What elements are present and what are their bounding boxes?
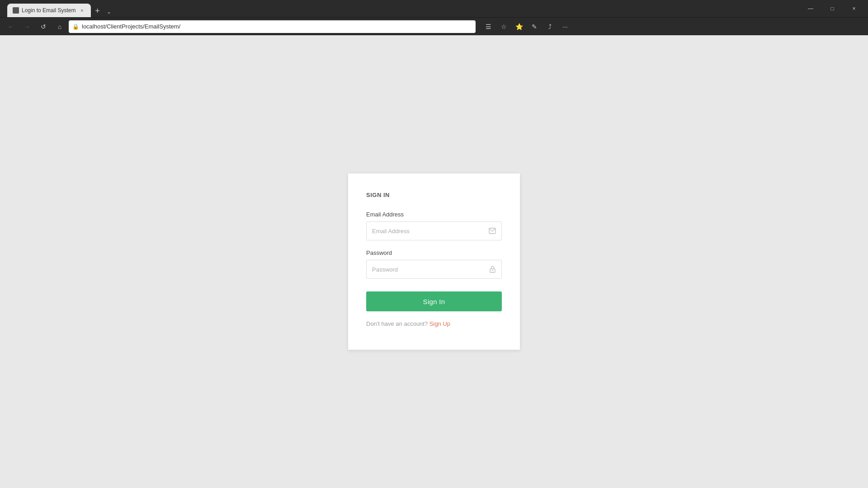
sign-in-button[interactable]: Sign In (366, 291, 502, 311)
maximize-button[interactable]: □ (822, 1, 843, 16)
tab-title: Login to Email System (22, 7, 75, 14)
close-button[interactable]: × (844, 1, 864, 16)
home-button[interactable]: ⌂ (52, 19, 67, 34)
password-input-wrapper (366, 260, 502, 279)
signup-row: Don't have an account? Sign Up (366, 320, 502, 327)
email-icon (483, 222, 501, 240)
refresh-button[interactable]: ↺ (36, 19, 51, 34)
page-content: SIGN IN Email Address Password (0, 35, 868, 488)
back-button[interactable]: ← (4, 19, 18, 34)
favorites-button[interactable]: ☆ (496, 19, 511, 34)
lock-icon (483, 260, 501, 278)
tab-close-button[interactable]: × (78, 7, 85, 14)
sidebar-button[interactable]: ☰ (481, 19, 495, 34)
login-card: SIGN IN Email Address Password (348, 174, 520, 350)
lock-icon: 🔒 (72, 23, 79, 30)
address-bar[interactable]: 🔒 (69, 20, 476, 33)
email-input-wrapper (366, 221, 502, 240)
svg-rect-0 (13, 7, 19, 14)
email-input[interactable] (367, 222, 483, 240)
tab-dropdown-button[interactable]: ⌄ (104, 6, 114, 17)
address-bar-row: ← → ↺ ⌂ 🔒 ☰ ☆ ⭐ ✎ ⤴ ··· (0, 17, 868, 35)
password-form-group: Password (366, 249, 502, 279)
sign-in-title: SIGN IN (366, 192, 502, 198)
tab-favicon (13, 7, 19, 14)
minimize-button[interactable]: — (800, 1, 821, 16)
profile-button[interactable]: ✎ (527, 19, 542, 34)
address-input[interactable] (82, 23, 472, 30)
forward-button[interactable]: → (20, 19, 34, 34)
signup-link[interactable]: Sign Up (429, 320, 450, 327)
svg-rect-1 (489, 228, 495, 234)
active-tab[interactable]: Login to Email System × (7, 4, 91, 17)
share-button[interactable]: ⤴ (542, 19, 557, 34)
password-input[interactable] (367, 260, 483, 278)
email-label: Email Address (366, 211, 502, 218)
svg-point-3 (492, 270, 493, 271)
new-tab-button[interactable]: + (91, 5, 104, 17)
signup-prompt: Don't have an account? (366, 320, 428, 327)
tab-bar: Login to Email System × + ⌄ (5, 0, 798, 17)
password-label: Password (366, 249, 502, 256)
more-button[interactable]: ··· (558, 19, 572, 34)
toolbar-icons: ☰ ☆ ⭐ ✎ ⤴ ··· (481, 19, 572, 34)
browser-tab-bar: Login to Email System × + ⌄ — □ × (0, 0, 868, 17)
email-form-group: Email Address (366, 211, 502, 240)
window-controls: — □ × (800, 1, 864, 16)
collections-button[interactable]: ⭐ (512, 19, 526, 34)
